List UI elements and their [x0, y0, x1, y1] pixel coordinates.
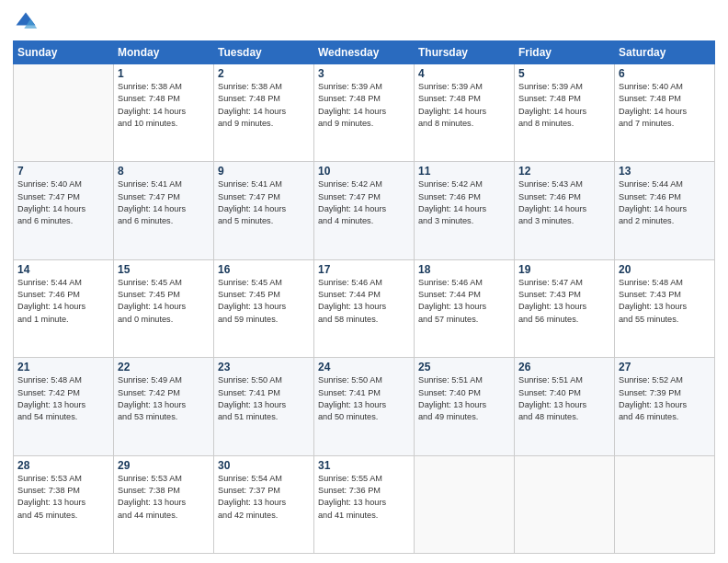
day-number: 18 — [418, 263, 510, 276]
weekday-header-saturday: Saturday — [615, 41, 715, 64]
calendar-cell — [515, 455, 615, 553]
day-info: Sunrise: 5:46 AM Sunset: 7:44 PM Dayligh… — [318, 277, 410, 326]
day-number: 30 — [218, 459, 310, 472]
day-info: Sunrise: 5:49 AM Sunset: 7:42 PM Dayligh… — [118, 374, 210, 423]
calendar-cell: 17Sunrise: 5:46 AM Sunset: 7:44 PM Dayli… — [314, 259, 415, 357]
logo-icon — [13, 9, 39, 35]
day-number: 28 — [17, 459, 109, 472]
calendar-cell — [14, 64, 114, 162]
day-info: Sunrise: 5:51 AM Sunset: 7:40 PM Dayligh… — [518, 374, 610, 423]
day-info: Sunrise: 5:38 AM Sunset: 7:48 PM Dayligh… — [118, 81, 210, 130]
day-info: Sunrise: 5:55 AM Sunset: 7:36 PM Dayligh… — [318, 473, 410, 522]
day-info: Sunrise: 5:44 AM Sunset: 7:46 PM Dayligh… — [619, 178, 711, 227]
day-number: 10 — [318, 165, 410, 178]
calendar-cell — [415, 455, 515, 553]
calendar-cell: 5Sunrise: 5:39 AM Sunset: 7:48 PM Daylig… — [515, 64, 615, 162]
day-number: 3 — [318, 67, 410, 80]
day-number: 29 — [118, 459, 210, 472]
calendar-cell: 11Sunrise: 5:42 AM Sunset: 7:46 PM Dayli… — [415, 162, 515, 259]
day-number: 4 — [418, 67, 510, 80]
calendar-cell: 15Sunrise: 5:45 AM Sunset: 7:45 PM Dayli… — [114, 259, 214, 357]
weekday-header-row: SundayMondayTuesdayWednesdayThursdayFrid… — [14, 41, 715, 64]
day-number: 8 — [118, 165, 210, 178]
calendar-cell: 29Sunrise: 5:53 AM Sunset: 7:38 PM Dayli… — [114, 455, 214, 553]
day-info: Sunrise: 5:40 AM Sunset: 7:48 PM Dayligh… — [619, 81, 711, 130]
weekday-header-friday: Friday — [515, 41, 615, 64]
page: SundayMondayTuesdayWednesdayThursdayFrid… — [0, 0, 728, 563]
calendar-cell: 10Sunrise: 5:42 AM Sunset: 7:47 PM Dayli… — [314, 162, 415, 259]
day-number: 1 — [118, 67, 210, 80]
calendar-cell: 19Sunrise: 5:47 AM Sunset: 7:43 PM Dayli… — [515, 259, 615, 357]
day-info: Sunrise: 5:41 AM Sunset: 7:47 PM Dayligh… — [118, 178, 210, 227]
calendar-cell: 26Sunrise: 5:51 AM Sunset: 7:40 PM Dayli… — [515, 358, 615, 455]
calendar-cell: 2Sunrise: 5:38 AM Sunset: 7:48 PM Daylig… — [214, 64, 314, 162]
calendar-cell: 18Sunrise: 5:46 AM Sunset: 7:44 PM Dayli… — [415, 259, 515, 357]
day-number: 16 — [218, 263, 310, 276]
calendar-cell: 12Sunrise: 5:43 AM Sunset: 7:46 PM Dayli… — [515, 162, 615, 259]
day-info: Sunrise: 5:38 AM Sunset: 7:48 PM Dayligh… — [218, 81, 310, 130]
calendar-cell: 6Sunrise: 5:40 AM Sunset: 7:48 PM Daylig… — [615, 64, 715, 162]
logo — [13, 9, 42, 35]
day-info: Sunrise: 5:51 AM Sunset: 7:40 PM Dayligh… — [418, 374, 510, 423]
calendar-cell: 16Sunrise: 5:45 AM Sunset: 7:45 PM Dayli… — [214, 259, 314, 357]
calendar-cell: 14Sunrise: 5:44 AM Sunset: 7:46 PM Dayli… — [14, 259, 114, 357]
weekday-header-thursday: Thursday — [415, 41, 515, 64]
day-number: 21 — [17, 361, 109, 373]
day-info: Sunrise: 5:42 AM Sunset: 7:47 PM Dayligh… — [318, 178, 410, 227]
day-info: Sunrise: 5:47 AM Sunset: 7:43 PM Dayligh… — [518, 277, 610, 326]
day-info: Sunrise: 5:46 AM Sunset: 7:44 PM Dayligh… — [418, 277, 510, 326]
day-number: 27 — [619, 361, 711, 373]
calendar-cell: 23Sunrise: 5:50 AM Sunset: 7:41 PM Dayli… — [214, 358, 314, 455]
day-info: Sunrise: 5:52 AM Sunset: 7:39 PM Dayligh… — [619, 374, 711, 423]
day-number: 25 — [418, 361, 510, 373]
day-number: 13 — [619, 165, 711, 178]
day-number: 22 — [118, 361, 210, 373]
day-info: Sunrise: 5:45 AM Sunset: 7:45 PM Dayligh… — [218, 277, 310, 326]
calendar-week-4: 21Sunrise: 5:48 AM Sunset: 7:42 PM Dayli… — [14, 358, 715, 455]
day-number: 6 — [619, 67, 711, 80]
day-number: 14 — [17, 263, 109, 276]
day-info: Sunrise: 5:40 AM Sunset: 7:47 PM Dayligh… — [17, 178, 109, 227]
weekday-header-sunday: Sunday — [14, 41, 114, 64]
day-info: Sunrise: 5:39 AM Sunset: 7:48 PM Dayligh… — [518, 81, 610, 130]
calendar-cell: 1Sunrise: 5:38 AM Sunset: 7:48 PM Daylig… — [114, 64, 214, 162]
day-info: Sunrise: 5:39 AM Sunset: 7:48 PM Dayligh… — [418, 81, 510, 130]
day-info: Sunrise: 5:50 AM Sunset: 7:41 PM Dayligh… — [318, 374, 410, 423]
calendar-cell: 22Sunrise: 5:49 AM Sunset: 7:42 PM Dayli… — [114, 358, 214, 455]
day-info: Sunrise: 5:42 AM Sunset: 7:46 PM Dayligh… — [418, 178, 510, 227]
day-number: 24 — [318, 361, 410, 373]
day-info: Sunrise: 5:48 AM Sunset: 7:42 PM Dayligh… — [17, 374, 109, 423]
day-number: 20 — [619, 263, 711, 276]
calendar-cell: 27Sunrise: 5:52 AM Sunset: 7:39 PM Dayli… — [615, 358, 715, 455]
calendar-cell: 8Sunrise: 5:41 AM Sunset: 7:47 PM Daylig… — [114, 162, 214, 259]
day-number: 17 — [318, 263, 410, 276]
day-number: 12 — [518, 165, 610, 178]
calendar-cell: 9Sunrise: 5:41 AM Sunset: 7:47 PM Daylig… — [214, 162, 314, 259]
calendar-cell: 3Sunrise: 5:39 AM Sunset: 7:48 PM Daylig… — [314, 64, 415, 162]
day-info: Sunrise: 5:53 AM Sunset: 7:38 PM Dayligh… — [118, 473, 210, 522]
day-number: 19 — [518, 263, 610, 276]
day-info: Sunrise: 5:54 AM Sunset: 7:37 PM Dayligh… — [218, 473, 310, 522]
day-number: 5 — [518, 67, 610, 80]
calendar-week-2: 7Sunrise: 5:40 AM Sunset: 7:47 PM Daylig… — [14, 162, 715, 259]
weekday-header-monday: Monday — [114, 41, 214, 64]
day-number: 31 — [318, 459, 410, 472]
day-number: 15 — [118, 263, 210, 276]
day-info: Sunrise: 5:43 AM Sunset: 7:46 PM Dayligh… — [518, 178, 610, 227]
calendar-cell: 13Sunrise: 5:44 AM Sunset: 7:46 PM Dayli… — [615, 162, 715, 259]
calendar-cell: 30Sunrise: 5:54 AM Sunset: 7:37 PM Dayli… — [214, 455, 314, 553]
weekday-header-wednesday: Wednesday — [314, 41, 415, 64]
header — [13, 9, 715, 35]
calendar-week-3: 14Sunrise: 5:44 AM Sunset: 7:46 PM Dayli… — [14, 259, 715, 357]
day-info: Sunrise: 5:41 AM Sunset: 7:47 PM Dayligh… — [218, 178, 310, 227]
day-number: 23 — [218, 361, 310, 373]
calendar-table: SundayMondayTuesdayWednesdayThursdayFrid… — [13, 40, 715, 554]
day-number: 9 — [218, 165, 310, 178]
day-info: Sunrise: 5:44 AM Sunset: 7:46 PM Dayligh… — [17, 277, 109, 326]
calendar-cell: 31Sunrise: 5:55 AM Sunset: 7:36 PM Dayli… — [314, 455, 415, 553]
day-number: 2 — [218, 67, 310, 80]
day-info: Sunrise: 5:48 AM Sunset: 7:43 PM Dayligh… — [619, 277, 711, 326]
calendar-cell — [615, 455, 715, 553]
day-info: Sunrise: 5:53 AM Sunset: 7:38 PM Dayligh… — [17, 473, 109, 522]
calendar-week-5: 28Sunrise: 5:53 AM Sunset: 7:38 PM Dayli… — [14, 455, 715, 553]
